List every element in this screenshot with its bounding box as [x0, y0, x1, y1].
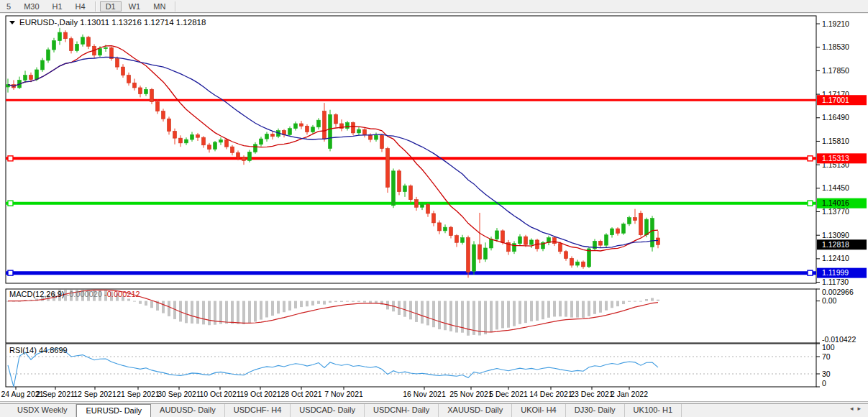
- svg-text:23 Dec 2021: 23 Dec 2021: [570, 390, 613, 398]
- svg-text:1.17850: 1.17850: [822, 66, 849, 75]
- main-price-panel: [6, 16, 816, 283]
- svg-text:EURUSD-,Daily 1.13011 1.13216: EURUSD-,Daily 1.13011 1.13216 1.12714 1.…: [19, 18, 206, 27]
- macd-label: MACD(12,26,9) -0.000020 -0.000212: [9, 290, 140, 298]
- chart-tab-usdx-weekly[interactable]: USDX Weekly: [9, 404, 76, 417]
- svg-text:30 Sep 2021: 30 Sep 2021: [157, 390, 201, 398]
- svg-text:0.002966: 0.002966: [822, 288, 854, 296]
- rsi-label: RSI(14) 44.8699: [9, 346, 68, 354]
- price-chart-svg: 1.192101.185301.178501.171701.164901.158…: [0, 0, 868, 417]
- chart-tab-xauusd-daily[interactable]: XAUUSD- Daily: [439, 404, 512, 417]
- chart-tab-eurusd-daily[interactable]: EURUSD- Daily: [76, 404, 151, 417]
- toolbar-separator: [175, 1, 176, 12]
- svg-text:1.11730: 1.11730: [822, 278, 849, 286]
- chart-tab-ukoil-h4[interactable]: UKOil- H4: [512, 404, 566, 417]
- svg-text:1.15810: 1.15810: [822, 137, 849, 145]
- chart-tab-dj30-daily[interactable]: DJ30- Daily: [566, 404, 625, 417]
- svg-text:16 Nov 2021: 16 Nov 2021: [403, 390, 446, 398]
- timeframe-button-5[interactable]: 5: [1, 1, 17, 12]
- svg-text:0: 0: [822, 379, 826, 388]
- timeframe-button-w1[interactable]: W1: [123, 1, 147, 12]
- svg-text:5 Dec 2021: 5 Dec 2021: [489, 390, 528, 398]
- svg-text:19 Oct 2021: 19 Oct 2021: [239, 390, 280, 398]
- svg-text:1.13090: 1.13090: [822, 231, 849, 239]
- timeframe-button-h4[interactable]: H4: [70, 1, 91, 12]
- level-price-badge: 1.11999: [817, 268, 867, 278]
- toolbar-separator: [95, 1, 96, 12]
- svg-text:1.15313: 1.15313: [822, 154, 849, 162]
- svg-text:1.14016: 1.14016: [822, 198, 849, 207]
- svg-text:1.14450: 1.14450: [822, 183, 849, 192]
- tab-scroll-left-icon[interactable]: ◂: [850, 405, 858, 412]
- svg-text:1.17001: 1.17001: [822, 96, 849, 104]
- svg-text:1.18530: 1.18530: [822, 42, 849, 51]
- svg-text:1.12818: 1.12818: [822, 240, 849, 249]
- chart-title: EURUSD-,Daily 1.13011 1.13216 1.12714 1.…: [9, 18, 206, 27]
- tab-scroll-arrows: ◂▸: [850, 405, 865, 412]
- svg-text:1.16490: 1.16490: [822, 113, 849, 122]
- svg-text:1.19210: 1.19210: [822, 19, 849, 28]
- svg-text:0.00: 0.00: [822, 296, 837, 305]
- svg-text:21 Sep 2021: 21 Sep 2021: [117, 390, 160, 398]
- svg-text:10 Oct 2021: 10 Oct 2021: [199, 390, 240, 398]
- svg-text:1.12410: 1.12410: [822, 254, 849, 262]
- svg-text:12 Sep 2021: 12 Sep 2021: [73, 390, 117, 398]
- current-price-badge: 1.12818: [817, 239, 867, 249]
- svg-text:70: 70: [822, 352, 831, 361]
- svg-text:30: 30: [822, 370, 831, 378]
- svg-text:100: 100: [822, 343, 835, 352]
- level-price-badge: 1.15313: [817, 153, 867, 163]
- svg-text:2 Jan 2022: 2 Jan 2022: [611, 390, 648, 398]
- timeframe-button-d1[interactable]: D1: [100, 1, 122, 12]
- tab-scroll-right-icon[interactable]: ▸: [857, 405, 865, 412]
- chart-tab-bar: USDX WeeklyEURUSD- DailyAUDUSD- DailyUSD…: [0, 403, 868, 417]
- chart-tab-usdcad-daily[interactable]: USDCAD- Daily: [291, 404, 365, 417]
- chart-tab-usdchf-h4[interactable]: USDCHF- H4: [225, 404, 291, 417]
- chart-tab-uk100-h1[interactable]: UK100- H1: [625, 404, 682, 417]
- rsi-panel: [6, 344, 816, 387]
- svg-text:1.13770: 1.13770: [822, 207, 849, 216]
- svg-text:1.11999: 1.11999: [822, 268, 849, 277]
- timeframe-button-h1[interactable]: H1: [47, 1, 68, 12]
- timeframe-toolbar: 5M30H1H4D1W1MN: [0, 0, 868, 13]
- svg-text:14 Dec 2021: 14 Dec 2021: [529, 390, 572, 398]
- timeframe-button-m30[interactable]: M30: [18, 1, 45, 12]
- svg-text:28 Oct 2021: 28 Oct 2021: [280, 390, 321, 398]
- svg-text:25 Nov 2021: 25 Nov 2021: [449, 390, 493, 398]
- svg-text:7 Nov 2021: 7 Nov 2021: [324, 390, 363, 398]
- svg-text:2 Sep 2021: 2 Sep 2021: [36, 390, 75, 398]
- level-price-badge: 1.17001: [817, 95, 867, 105]
- level-price-badge: 1.14016: [817, 198, 867, 208]
- chart-tab-audusd-daily[interactable]: AUDUSD- Daily: [151, 404, 225, 417]
- chart-tab-usdcnh-daily[interactable]: USDCNH- Daily: [365, 404, 439, 417]
- mt4-terminal: 5M30H1H4D1W1MN 1.192101.185301.178501.17…: [0, 0, 868, 417]
- timeframe-button-mn[interactable]: MN: [147, 1, 171, 12]
